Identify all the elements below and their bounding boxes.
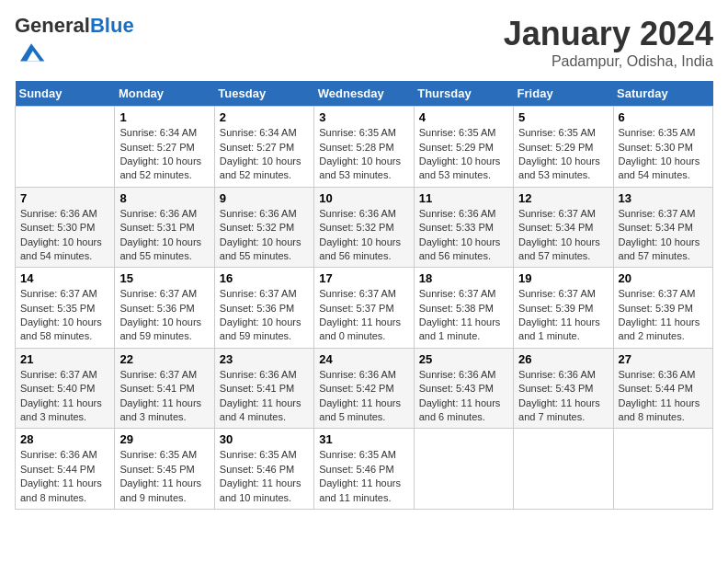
day-number: 10	[319, 191, 408, 205]
day-info: Sunrise: 6:35 AMSunset: 5:30 PMDaylight:…	[619, 126, 708, 183]
day-header-thursday: Thursday	[414, 81, 513, 107]
day-number: 9	[220, 191, 309, 205]
calendar-cell: 28Sunrise: 6:36 AMSunset: 5:44 PMDayligh…	[16, 429, 115, 510]
day-info: Sunrise: 6:35 AMSunset: 5:45 PMDaylight:…	[119, 448, 209, 505]
day-info: Sunrise: 6:37 AMSunset: 5:36 PMDaylight:…	[119, 287, 209, 344]
day-number: 13	[619, 191, 708, 205]
day-number: 2	[220, 110, 309, 124]
day-number: 1	[119, 110, 209, 124]
day-info: Sunrise: 6:34 AMSunset: 5:27 PMDaylight:…	[220, 126, 309, 183]
day-number: 4	[419, 110, 508, 124]
calendar-cell: 22Sunrise: 6:37 AMSunset: 5:41 PMDayligh…	[115, 348, 214, 429]
calendar-cell: 2Sunrise: 6:34 AMSunset: 5:27 PMDaylight…	[214, 107, 313, 188]
calendar-cell	[514, 429, 613, 510]
day-info: Sunrise: 6:37 AMSunset: 5:34 PMDaylight:…	[619, 207, 708, 264]
calendar-cell: 20Sunrise: 6:37 AMSunset: 5:39 PMDayligh…	[613, 268, 712, 349]
day-number: 28	[20, 432, 109, 446]
day-number: 14	[20, 271, 109, 285]
week-row-5: 28Sunrise: 6:36 AMSunset: 5:44 PMDayligh…	[16, 429, 713, 510]
day-number: 21	[20, 352, 109, 366]
day-info: Sunrise: 6:36 AMSunset: 5:41 PMDaylight:…	[220, 368, 309, 425]
calendar-header-row: SundayMondayTuesdayWednesdayThursdayFrid…	[16, 81, 713, 107]
day-number: 31	[319, 432, 408, 446]
day-header-wednesday: Wednesday	[314, 81, 414, 107]
calendar-cell: 23Sunrise: 6:36 AMSunset: 5:41 PMDayligh…	[214, 348, 313, 429]
calendar-cell: 12Sunrise: 6:37 AMSunset: 5:34 PMDayligh…	[514, 187, 613, 268]
day-number: 25	[419, 352, 508, 366]
day-info: Sunrise: 6:36 AMSunset: 5:32 PMDaylight:…	[319, 207, 408, 264]
week-row-4: 21Sunrise: 6:37 AMSunset: 5:40 PMDayligh…	[16, 348, 713, 429]
day-number: 27	[619, 352, 708, 366]
logo: GeneralBlue	[15, 15, 134, 70]
day-number: 17	[319, 271, 408, 285]
calendar-cell: 31Sunrise: 6:35 AMSunset: 5:46 PMDayligh…	[314, 429, 414, 510]
page-header: GeneralBlue January 2024 Padampur, Odish…	[15, 15, 713, 70]
day-number: 8	[119, 191, 209, 205]
day-number: 23	[220, 352, 309, 366]
calendar-cell: 9Sunrise: 6:36 AMSunset: 5:32 PMDaylight…	[214, 187, 313, 268]
day-info: Sunrise: 6:34 AMSunset: 5:27 PMDaylight:…	[119, 126, 209, 183]
day-info: Sunrise: 6:35 AMSunset: 5:46 PMDaylight:…	[220, 448, 309, 505]
calendar-table: SundayMondayTuesdayWednesdayThursdayFrid…	[15, 81, 713, 510]
day-info: Sunrise: 6:35 AMSunset: 5:28 PMDaylight:…	[319, 126, 408, 183]
day-number: 5	[518, 110, 608, 124]
calendar-cell: 7Sunrise: 6:36 AMSunset: 5:30 PMDaylight…	[16, 187, 115, 268]
day-number: 29	[119, 432, 209, 446]
day-info: Sunrise: 6:36 AMSunset: 5:44 PMDaylight:…	[20, 448, 109, 505]
calendar-cell: 1Sunrise: 6:34 AMSunset: 5:27 PMDaylight…	[115, 107, 214, 188]
day-number: 15	[119, 271, 209, 285]
calendar-cell: 16Sunrise: 6:37 AMSunset: 5:36 PMDayligh…	[214, 268, 313, 349]
day-info: Sunrise: 6:37 AMSunset: 5:34 PMDaylight:…	[518, 207, 608, 264]
day-number: 22	[119, 352, 209, 366]
day-info: Sunrise: 6:37 AMSunset: 5:37 PMDaylight:…	[319, 287, 408, 344]
logo-text: GeneralBlue	[15, 15, 134, 37]
day-header-tuesday: Tuesday	[214, 81, 313, 107]
calendar-cell: 3Sunrise: 6:35 AMSunset: 5:28 PMDaylight…	[314, 107, 414, 188]
day-header-sunday: Sunday	[16, 81, 115, 107]
week-row-2: 7Sunrise: 6:36 AMSunset: 5:30 PMDaylight…	[16, 187, 713, 268]
day-header-friday: Friday	[514, 81, 613, 107]
day-info: Sunrise: 6:36 AMSunset: 5:42 PMDaylight:…	[319, 368, 408, 425]
day-info: Sunrise: 6:35 AMSunset: 5:29 PMDaylight:…	[518, 126, 608, 183]
calendar-cell: 5Sunrise: 6:35 AMSunset: 5:29 PMDaylight…	[514, 107, 613, 188]
calendar-cell: 21Sunrise: 6:37 AMSunset: 5:40 PMDayligh…	[16, 348, 115, 429]
day-number: 18	[419, 271, 508, 285]
day-info: Sunrise: 6:36 AMSunset: 5:32 PMDaylight:…	[220, 207, 309, 264]
calendar-cell: 17Sunrise: 6:37 AMSunset: 5:37 PMDayligh…	[314, 268, 414, 349]
calendar-cell: 19Sunrise: 6:37 AMSunset: 5:39 PMDayligh…	[514, 268, 613, 349]
calendar-cell: 18Sunrise: 6:37 AMSunset: 5:38 PMDayligh…	[414, 268, 513, 349]
day-info: Sunrise: 6:36 AMSunset: 5:30 PMDaylight:…	[20, 207, 109, 264]
day-info: Sunrise: 6:37 AMSunset: 5:39 PMDaylight:…	[518, 287, 608, 344]
day-info: Sunrise: 6:37 AMSunset: 5:40 PMDaylight:…	[20, 368, 109, 425]
day-info: Sunrise: 6:36 AMSunset: 5:43 PMDaylight:…	[518, 368, 608, 425]
day-number: 24	[319, 352, 408, 366]
day-info: Sunrise: 6:37 AMSunset: 5:35 PMDaylight:…	[20, 287, 109, 344]
calendar-cell: 25Sunrise: 6:36 AMSunset: 5:43 PMDayligh…	[414, 348, 513, 429]
day-header-monday: Monday	[115, 81, 214, 107]
day-info: Sunrise: 6:37 AMSunset: 5:36 PMDaylight:…	[220, 287, 309, 344]
day-info: Sunrise: 6:36 AMSunset: 5:33 PMDaylight:…	[419, 207, 508, 264]
calendar-cell: 24Sunrise: 6:36 AMSunset: 5:42 PMDayligh…	[314, 348, 414, 429]
day-info: Sunrise: 6:37 AMSunset: 5:39 PMDaylight:…	[619, 287, 708, 344]
week-row-3: 14Sunrise: 6:37 AMSunset: 5:35 PMDayligh…	[16, 268, 713, 349]
day-number: 7	[20, 191, 109, 205]
day-info: Sunrise: 6:36 AMSunset: 5:44 PMDaylight:…	[619, 368, 708, 425]
logo-icon	[17, 37, 46, 66]
calendar-cell: 26Sunrise: 6:36 AMSunset: 5:43 PMDayligh…	[514, 348, 613, 429]
day-info: Sunrise: 6:35 AMSunset: 5:29 PMDaylight:…	[419, 126, 508, 183]
calendar-cell: 11Sunrise: 6:36 AMSunset: 5:33 PMDayligh…	[414, 187, 513, 268]
logo-blue: Blue	[90, 14, 134, 37]
calendar-cell: 15Sunrise: 6:37 AMSunset: 5:36 PMDayligh…	[115, 268, 214, 349]
calendar-cell	[414, 429, 513, 510]
title-block: January 2024 Padampur, Odisha, India	[504, 15, 713, 70]
day-number: 11	[419, 191, 508, 205]
day-number: 6	[619, 110, 708, 124]
calendar-cell	[613, 429, 712, 510]
location-subtitle: Padampur, Odisha, India	[504, 53, 713, 70]
calendar-cell: 6Sunrise: 6:35 AMSunset: 5:30 PMDaylight…	[613, 107, 712, 188]
calendar-cell: 8Sunrise: 6:36 AMSunset: 5:31 PMDaylight…	[115, 187, 214, 268]
calendar-cell: 4Sunrise: 6:35 AMSunset: 5:29 PMDaylight…	[414, 107, 513, 188]
day-number: 20	[619, 271, 708, 285]
calendar-cell: 10Sunrise: 6:36 AMSunset: 5:32 PMDayligh…	[314, 187, 414, 268]
month-title: January 2024	[504, 15, 713, 53]
